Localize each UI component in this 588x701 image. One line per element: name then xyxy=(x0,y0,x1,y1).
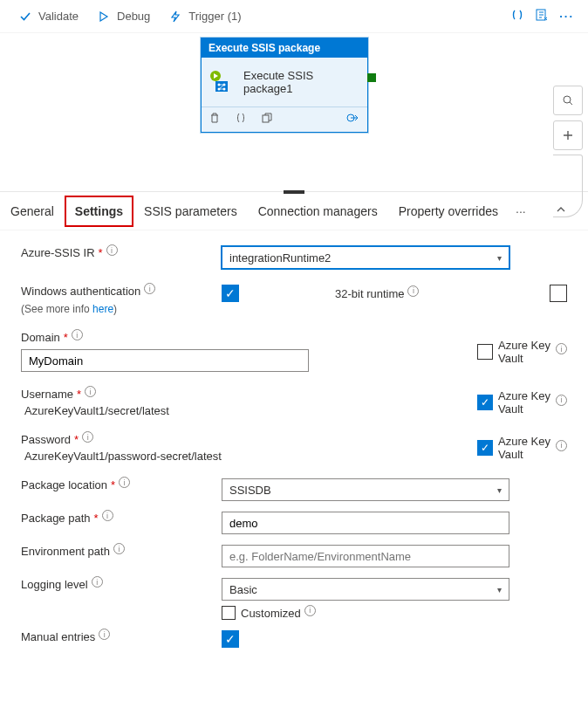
more-icon[interactable]: ··· xyxy=(554,6,579,26)
check-icon xyxy=(17,9,33,24)
customized-label: Customized xyxy=(241,607,301,620)
azure-ir-select[interactable]: integrationRuntime2 ▾ xyxy=(222,246,509,269)
info-icon[interactable]: i xyxy=(99,629,110,640)
password-label: Password xyxy=(21,433,71,446)
top-toolbar: Validate Debug Trigger (1) ··· xyxy=(0,0,588,33)
bit32-checkbox[interactable] xyxy=(550,285,567,302)
settings-tabs: General Settings SSIS parameters Connect… xyxy=(0,192,588,230)
activity-name-label: Execute SSIS package1 xyxy=(243,69,360,95)
pkg-location-label: Package location xyxy=(21,478,107,491)
azure-ir-label: Azure-SSIS IR xyxy=(21,246,95,259)
log-level-label: Logging level xyxy=(21,578,88,591)
tab-settings[interactable]: Settings xyxy=(65,196,133,227)
info-icon[interactable]: i xyxy=(407,285,419,297)
svg-rect-7 xyxy=(263,115,269,122)
username-label: Username xyxy=(21,388,73,401)
info-icon[interactable]: i xyxy=(556,343,567,354)
ssis-icon xyxy=(209,69,235,95)
chevron-down-icon: ▾ xyxy=(497,253,502,263)
info-icon[interactable]: i xyxy=(102,510,113,521)
pkg-path-label: Package path xyxy=(21,512,91,525)
log-level-value: Basic xyxy=(229,583,257,596)
azure-ir-value: integrationRuntime2 xyxy=(229,251,331,265)
customized-checkbox[interactable] xyxy=(222,606,236,620)
debug-label: Debug xyxy=(117,10,150,23)
domain-input[interactable] xyxy=(29,350,301,371)
info-icon[interactable]: i xyxy=(556,395,567,406)
pkg-location-value: SSISDB xyxy=(229,484,271,497)
manual-entries-checkbox[interactable]: ✓ xyxy=(222,630,239,648)
env-path-label: Environment path xyxy=(21,545,110,558)
see-more-info-label: (See more info here) xyxy=(21,303,222,315)
template-icon[interactable] xyxy=(530,4,554,28)
win-auth-label: Windows authentication xyxy=(21,285,140,298)
info-icon[interactable]: i xyxy=(72,329,83,340)
check-icon: ✓ xyxy=(225,287,236,299)
info-icon[interactable]: i xyxy=(92,576,103,588)
settings-pane: Azure-SSIS IR * i integrationRuntime2 ▾ … xyxy=(0,230,588,701)
manual-entries-label: Manual entries xyxy=(21,630,95,643)
activity-card[interactable]: Execute SSIS package Execute SSIS packag… xyxy=(201,38,368,133)
activity-header: Execute SSIS package xyxy=(202,38,367,58)
info-icon[interactable]: i xyxy=(106,244,118,256)
activity-body: Execute SSIS package1 xyxy=(202,58,367,107)
bit32-label: 32-bit runtime xyxy=(335,287,404,300)
win-auth-checkbox[interactable]: ✓ xyxy=(222,285,239,302)
output-icon[interactable] xyxy=(346,112,360,127)
domain-label: Domain xyxy=(21,331,60,344)
pkg-path-input[interactable] xyxy=(229,512,502,533)
delete-icon[interactable] xyxy=(209,112,221,127)
info-icon[interactable]: i xyxy=(113,543,125,554)
info-icon[interactable]: i xyxy=(82,431,93,443)
lightning-icon xyxy=(168,9,183,24)
check-icon: ✓ xyxy=(481,443,489,453)
username-akv-checkbox[interactable]: ✓ xyxy=(477,395,493,410)
info-icon[interactable]: i xyxy=(144,283,155,294)
success-handle[interactable] xyxy=(367,73,376,82)
tabs-overflow-icon[interactable]: ··· xyxy=(516,204,526,218)
chevron-down-icon: ▾ xyxy=(497,485,502,495)
password-akv-label: Azure Key Vault xyxy=(498,435,550,461)
play-icon xyxy=(96,9,112,24)
info-icon[interactable]: i xyxy=(119,477,130,488)
activity-footer xyxy=(202,107,367,132)
check-icon: ✓ xyxy=(225,633,236,645)
env-path-input[interactable] xyxy=(229,546,502,567)
validate-label: Validate xyxy=(38,10,79,23)
see-more-link[interactable]: here xyxy=(92,303,113,315)
domain-akv-label: Azure Key Vault xyxy=(498,339,550,365)
drag-handle-icon[interactable] xyxy=(284,190,304,194)
tab-property-overrides[interactable]: Property overrides xyxy=(388,196,509,227)
debug-button[interactable]: Debug xyxy=(87,5,159,28)
tab-ssis-parameters[interactable]: SSIS parameters xyxy=(133,196,248,227)
log-level-select[interactable]: Basic ▾ xyxy=(222,578,509,601)
info-icon[interactable]: i xyxy=(85,386,96,397)
validate-button[interactable]: Validate xyxy=(9,5,87,28)
info-icon[interactable]: i xyxy=(304,605,316,616)
code-icon[interactable] xyxy=(505,4,530,28)
trigger-button[interactable]: Trigger (1) xyxy=(159,5,250,28)
domain-akv-checkbox[interactable] xyxy=(477,344,493,360)
add-canvas-button[interactable] xyxy=(553,120,583,150)
svg-point-9 xyxy=(564,96,571,103)
tab-connection-managers[interactable]: Connection managers xyxy=(248,196,388,227)
required-mark: * xyxy=(99,246,103,259)
password-akv-checkbox[interactable]: ✓ xyxy=(477,440,493,456)
pkg-location-select[interactable]: SSISDB ▾ xyxy=(222,478,509,501)
info-icon[interactable]: i xyxy=(556,440,567,451)
chevron-down-icon: ▾ xyxy=(497,585,502,594)
rail-connector xyxy=(553,155,583,217)
username-akv-label: Azure Key Vault xyxy=(498,389,550,416)
check-icon: ✓ xyxy=(481,397,489,408)
username-value: AzureKeyVault1/secret/latest xyxy=(21,404,477,417)
trigger-label: Trigger (1) xyxy=(188,10,241,23)
design-canvas[interactable]: Execute SSIS package Execute SSIS packag… xyxy=(0,33,588,192)
search-canvas-button[interactable] xyxy=(553,86,583,115)
tab-general[interactable]: General xyxy=(0,196,65,227)
copy-icon[interactable] xyxy=(261,112,273,127)
code-braces-icon[interactable] xyxy=(235,112,247,127)
password-value: AzureKeyVault1/password-secret/latest xyxy=(21,450,477,463)
